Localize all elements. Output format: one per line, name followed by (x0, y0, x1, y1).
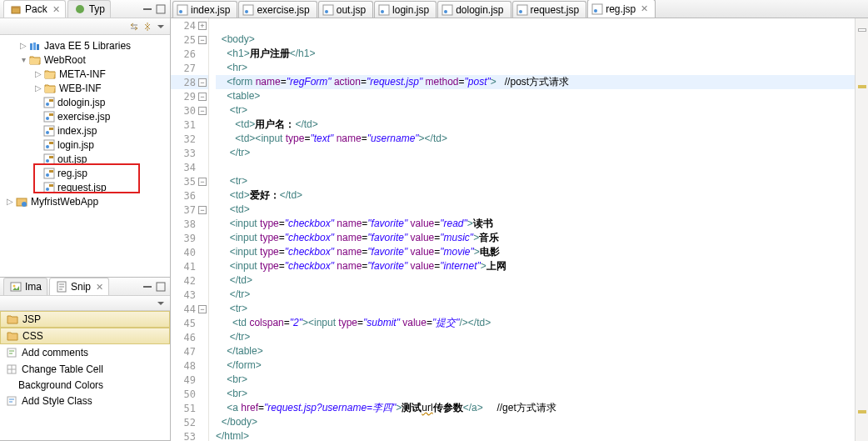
fold-icon[interactable]: − (198, 305, 207, 313)
editor-tab-reg[interactable]: reg.jsp✕ (587, 0, 656, 18)
collapse-icon[interactable]: ▾ (18, 55, 28, 64)
editor-tab-login[interactable]: login.jsp (374, 1, 436, 18)
line-number: 27 (184, 63, 196, 74)
collapse-all-icon[interactable] (128, 21, 140, 33)
line-number: 32 (184, 133, 196, 145)
tree-file-request[interactable]: request.jsp (0, 180, 170, 194)
snip-item-style-class[interactable]: Add Style Class (0, 393, 170, 409)
code-token: type (260, 246, 279, 258)
svg-rect-44 (592, 4, 602, 14)
fold-icon[interactable]: − (198, 206, 207, 214)
maximize-icon[interactable] (155, 281, 167, 293)
expand-icon[interactable]: ▷ (33, 83, 43, 93)
marker-warning[interactable] (858, 85, 866, 88)
line-number: 25 (184, 34, 196, 46)
tree-web[interactable]: ▷ WEB-INF (0, 81, 170, 95)
code-token: </td> (280, 189, 302, 201)
tree-file-dologin[interactable]: dologin.jsp (0, 95, 170, 109)
package-tree[interactable]: ▷ Java EE 5 Libraries ▾ WebRoot ▷ META-I… (0, 35, 170, 277)
fold-icon[interactable]: − (198, 36, 207, 44)
editor-tab-out[interactable]: out.jsp (318, 1, 373, 18)
line-number: 38 (184, 218, 196, 230)
expand-icon[interactable]: ▷ (33, 69, 43, 78)
tab-pack[interactable]: Pack ✕ (3, 0, 66, 18)
editor-tab-label: index.jsp (191, 4, 230, 16)
tree-file-login[interactable]: login.jsp (0, 138, 170, 152)
line-number: 41 (184, 261, 196, 273)
tree-lib[interactable]: ▷ Java EE 5 Libraries (0, 38, 170, 53)
code-editor[interactable]: 24+ 25− 26 27 28− 29− 30− 31 32 33 34 35… (171, 18, 868, 441)
fold-icon[interactable]: − (198, 107, 207, 115)
expand-icon[interactable]: ▷ (5, 197, 15, 206)
close-icon[interactable]: ✕ (641, 3, 648, 14)
jsp-icon (43, 139, 55, 151)
code-token: "2" (290, 317, 302, 328)
code-content[interactable]: <body> <h1>用户注册</h1> <hr> <form name="re… (209, 18, 855, 441)
svg-point-13 (46, 131, 49, 134)
fold-icon[interactable]: − (198, 93, 207, 101)
snip-item-comments[interactable]: Add comments (0, 344, 170, 361)
image-icon (9, 280, 22, 293)
svg-rect-29 (7, 348, 16, 357)
code-token: <a (227, 402, 241, 413)
overview-ruler[interactable] (855, 18, 868, 441)
code-token: value (407, 232, 434, 243)
tree-meta[interactable]: ▷ META-INF (0, 67, 170, 81)
svg-rect-28 (157, 283, 165, 291)
editor-tab-request[interactable]: request.jsp (512, 1, 587, 18)
tab-snip[interactable]: Snip ✕ (49, 278, 109, 295)
tree-project[interactable]: ▷ MyfristWebApp (0, 194, 170, 208)
tree-web-label: WEB-INF (59, 83, 102, 94)
marker-tick[interactable] (858, 28, 866, 32)
tab-typ[interactable]: Typ (67, 0, 111, 18)
line-number: 46 (184, 332, 196, 343)
snip-c3-label: Add Style Class (22, 395, 92, 407)
svg-rect-20 (44, 183, 54, 193)
tree-file-out[interactable]: out.jsp (0, 152, 170, 166)
jsp-icon (516, 4, 528, 16)
snip-item-table-cell[interactable]: Change Table Cell (0, 361, 170, 378)
view-menu-icon[interactable] (155, 21, 167, 33)
close-icon[interactable]: ✕ (52, 4, 60, 15)
minimize-icon[interactable] (142, 3, 153, 15)
marker-warning[interactable] (858, 410, 866, 413)
tab-ima[interactable]: Ima (3, 278, 47, 295)
snip-toolbar (0, 296, 170, 311)
code-token: "read" (440, 218, 467, 229)
editor-tab-exercise[interactable]: exercise.jsp (238, 1, 317, 18)
code-token: type (286, 133, 305, 144)
fold-icon[interactable]: − (198, 78, 207, 87)
editor-tab-label: exercise.jsp (257, 4, 309, 16)
snip-drawer-css[interactable]: CSS (0, 328, 170, 344)
code-token: "checkbox" (285, 232, 334, 243)
close-icon[interactable]: ✕ (96, 282, 103, 293)
tree-webroot[interactable]: ▾ WebRoot (0, 53, 170, 67)
fold-icon[interactable]: − (198, 178, 207, 186)
code-token: <input (230, 260, 260, 272)
line-number: 40 (184, 247, 196, 258)
tree-file-exercise[interactable]: exercise.jsp (0, 109, 170, 123)
view-menu-icon[interactable] (155, 298, 167, 309)
code-token: url (422, 402, 432, 413)
code-token: value (407, 246, 434, 258)
line-number: 37 (184, 204, 196, 216)
minimize-icon[interactable] (142, 281, 153, 293)
editor-tab-label: login.jsp (392, 4, 429, 16)
code-token: type (260, 218, 279, 229)
svg-point-45 (594, 9, 597, 13)
svg-rect-42 (517, 5, 527, 15)
code-token: </html> (216, 430, 249, 441)
line-number: 35 (184, 176, 196, 188)
tree-file-index[interactable]: index.jsp (0, 123, 170, 138)
tree-file-label: index.jsp (57, 125, 97, 137)
link-editor-icon[interactable] (142, 21, 153, 33)
code-token: 读书 (473, 218, 493, 229)
tree-file-reg[interactable]: reg.jsp (0, 166, 170, 180)
tree-file-label: dologin.jsp (57, 97, 105, 108)
maximize-icon[interactable] (155, 3, 167, 15)
snip-drawer-jsp[interactable]: JSP (0, 311, 170, 328)
expand-icon[interactable]: ▷ (18, 41, 28, 50)
editor-tab-index[interactable]: index.jsp (172, 1, 237, 18)
editor-tab-dologin[interactable]: dologin.jsp (437, 1, 511, 18)
code-token: name (334, 260, 362, 272)
